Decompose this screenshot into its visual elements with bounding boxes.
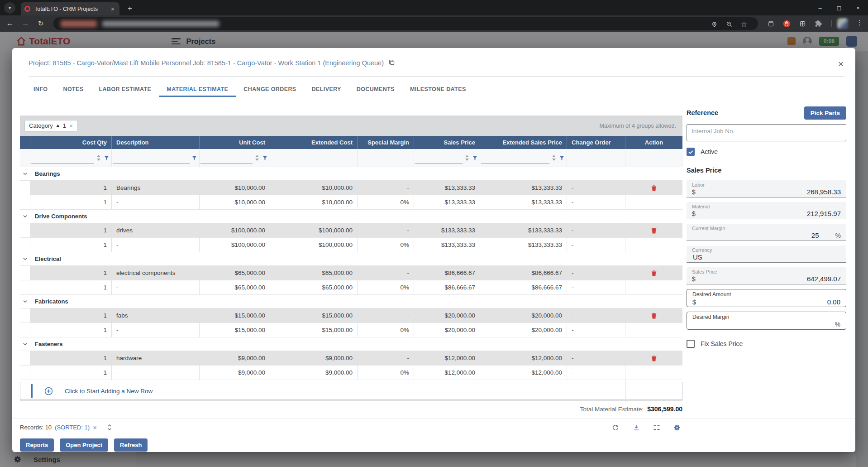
cell-description[interactable]: -	[112, 195, 200, 209]
cell-action[interactable]	[625, 308, 682, 323]
cell-action[interactable]	[625, 195, 682, 209]
cell-extended_cost[interactable]: $9,000.00	[270, 366, 358, 380]
cell-extended_sales_price[interactable]: $133,333.33	[480, 223, 567, 237]
cell-extended_cost[interactable]: $10,000.00	[270, 195, 358, 209]
extension-icon[interactable]	[798, 19, 807, 28]
cell-unit_cost[interactable]: $100,000.00	[200, 223, 270, 237]
browser-menu-icon[interactable]: ⋮	[856, 19, 863, 27]
field-currency[interactable]: CurrencyUS	[687, 246, 846, 263]
spinner-unit_cost[interactable]	[255, 153, 259, 163]
active-checkbox[interactable]	[687, 148, 695, 156]
cell-special_margin[interactable]: 0%	[358, 238, 414, 252]
cell-sales_price[interactable]: $86,666.67	[414, 266, 480, 280]
cell-extended_sales_price[interactable]: $20,000.00	[480, 308, 567, 323]
cell-action[interactable]	[625, 280, 682, 294]
filter-funnel-icon-sales_price[interactable]	[472, 155, 478, 161]
export-download-icon[interactable]	[633, 424, 640, 431]
cell-sales_price[interactable]: $12,000.00	[414, 351, 480, 365]
cell-action[interactable]	[625, 223, 682, 237]
cell-change_order[interactable]: -	[567, 223, 625, 237]
cell-change_order[interactable]: -	[567, 308, 625, 323]
spinner-cost_qty[interactable]	[97, 153, 100, 163]
cell-action[interactable]	[625, 181, 682, 195]
internal-job-no-input[interactable]	[687, 124, 846, 141]
cell-special_margin[interactable]: 0%	[358, 195, 414, 209]
cell-extended_sales_price[interactable]: $86,666.67	[480, 266, 567, 280]
extension-icon[interactable]	[766, 19, 775, 28]
cell-extended_sales_price[interactable]: $13,333.33	[480, 195, 567, 209]
cell-special_margin[interactable]: 0%	[358, 366, 414, 380]
fix-sales-price-checkbox[interactable]	[687, 340, 695, 348]
tab-change-orders[interactable]: CHANGE ORDERS	[236, 82, 304, 97]
button-reports[interactable]: Reports	[20, 438, 54, 452]
cell-extended_cost[interactable]: $15,000.00	[270, 308, 358, 323]
chevron-down-icon[interactable]	[23, 342, 28, 347]
cell-sales_price[interactable]: $86,666.67	[414, 280, 480, 294]
column-header-special_margin[interactable]: Special Margin	[358, 136, 414, 149]
profile-avatar[interactable]	[837, 18, 848, 29]
new-tab-button[interactable]: +	[125, 4, 135, 14]
cell-change_order[interactable]: -	[567, 351, 625, 365]
chevron-down-icon[interactable]	[23, 299, 28, 304]
filter-input-cost_qty[interactable]	[31, 153, 94, 164]
cell-cost_qty[interactable]: 1	[30, 308, 112, 323]
group-chip-category[interactable]: Category 1 ×	[24, 120, 77, 132]
column-header-unit_cost[interactable]: Unit Cost	[200, 136, 270, 149]
adblock-hand-icon[interactable]	[782, 19, 791, 28]
grid-settings-gear-icon[interactable]	[673, 424, 681, 431]
filter-input-sales_price[interactable]	[415, 153, 463, 164]
delete-row-button[interactable]	[651, 227, 657, 234]
cell-extended_sales_price[interactable]: $20,000.00	[480, 323, 567, 337]
refresh-grid-icon[interactable]	[612, 424, 619, 431]
column-header-sales_price[interactable]: Sales Price	[414, 136, 480, 149]
filter-input-extended_sales_price[interactable]	[481, 153, 549, 164]
spinner-sales_price[interactable]	[465, 153, 469, 163]
cell-cost_qty[interactable]: 1	[30, 223, 112, 237]
cell-unit_cost[interactable]: $9,000.00	[200, 366, 270, 380]
delete-row-button[interactable]	[651, 355, 657, 362]
cell-description[interactable]: -	[112, 280, 200, 294]
bookmark-star-icon[interactable]: ☆	[740, 20, 748, 28]
cell-description[interactable]: drives	[112, 223, 200, 237]
cell-cost_qty[interactable]: 1	[30, 238, 112, 252]
cell-sales_price[interactable]: $12,000.00	[414, 366, 480, 380]
delete-row-button[interactable]	[651, 270, 657, 277]
cell-extended_cost[interactable]: $100,000.00	[270, 223, 358, 237]
cell-cost_qty[interactable]: 1	[30, 366, 112, 380]
cell-action[interactable]	[625, 238, 682, 252]
cell-change_order[interactable]: -	[567, 238, 625, 252]
cell-unit_cost[interactable]: $100,000.00	[200, 238, 270, 252]
tab-delivery[interactable]: DELIVERY	[304, 82, 349, 97]
cell-description[interactable]: -	[112, 238, 200, 252]
sort-updown-icon[interactable]	[107, 424, 112, 431]
cell-extended_sales_price[interactable]: $133,333.33	[480, 238, 567, 252]
cell-change_order[interactable]: -	[567, 366, 625, 380]
cell-sales_price[interactable]: $20,000.00	[414, 323, 480, 337]
cell-special_margin[interactable]: -	[358, 266, 414, 280]
cell-special_margin[interactable]: -	[358, 308, 414, 323]
copy-icon[interactable]	[388, 59, 395, 67]
cell-extended_cost[interactable]: $65,000.00	[270, 266, 358, 280]
cell-change_order[interactable]: -	[567, 181, 625, 195]
cell-extended_sales_price[interactable]: $12,000.00	[480, 366, 567, 380]
filter-funnel-icon-extended_sales_price[interactable]	[559, 155, 565, 161]
cell-special_margin[interactable]: -	[358, 223, 414, 237]
cell-cost_qty[interactable]: 1	[30, 351, 112, 365]
extensions-puzzle-icon[interactable]	[814, 19, 823, 28]
cell-extended_sales_price[interactable]: $12,000.00	[480, 351, 567, 365]
cell-sales_price[interactable]: $133,333.33	[414, 238, 480, 252]
cell-cost_qty[interactable]: 1	[30, 195, 112, 209]
column-header-handle[interactable]	[20, 136, 30, 149]
tab-documents[interactable]: DOCUMENTS	[349, 82, 402, 97]
cell-action[interactable]	[625, 366, 682, 380]
filter-input-unit_cost[interactable]	[200, 153, 253, 164]
remove-group-icon[interactable]: ×	[69, 122, 73, 130]
tab-close-icon[interactable]: ×	[110, 5, 116, 13]
spinner-extended_sales_price[interactable]	[552, 153, 556, 163]
close-icon[interactable]: ×	[838, 59, 844, 68]
cell-sales_price[interactable]: $133,333.33	[414, 223, 480, 237]
column-chooser-icon[interactable]	[653, 424, 660, 431]
column-header-extended_cost[interactable]: Extended Cost	[270, 136, 358, 149]
filter-funnel-icon-description[interactable]	[191, 155, 197, 161]
cell-unit_cost[interactable]: $10,000.00	[200, 195, 270, 209]
